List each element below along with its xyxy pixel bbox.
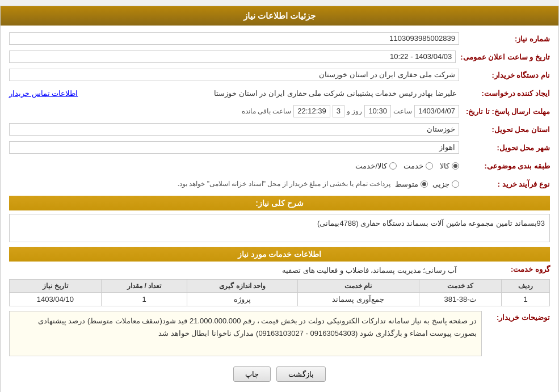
table-cell-name: جمع‌آوری پسماند — [297, 293, 419, 306]
main-content: شماره نیاز: 1103093985002839 تاریخ و ساع… — [1, 26, 558, 392]
deadline-details: 1403/04/07 ساعت 10:30 روز و 3 22:12:39 س… — [9, 105, 459, 117]
deadline-label: مهلت ارسال پاسخ: تا تاریخ: — [459, 107, 550, 116]
description-header-label: شرح کلی نیاز: — [255, 199, 303, 208]
print-button[interactable]: چاپ — [233, 366, 271, 382]
table-header-row: ردیف کد خدمت نام خدمت واحد اندازه گیری ت… — [10, 280, 550, 293]
announcement-value: 1403/04/03 - 10:22 — [9, 50, 456, 63]
creator-link[interactable]: اطلاعات تماس خریدار — [9, 89, 78, 98]
creator-label: ایجاد کننده درخواست: — [459, 89, 550, 98]
process-label-medium: متوسط — [395, 180, 418, 188]
buyer-notes-row: توضیحات خریدار: در صفحه پاسخ به نیاز سام… — [9, 311, 550, 361]
process-label-small: جزیی — [432, 180, 449, 188]
process-option-small: جزیی — [432, 180, 459, 188]
description-section-header: شرح کلی نیاز: — [9, 196, 550, 210]
deadline-date: 1403/04/07 — [414, 105, 459, 117]
deadline-row: مهلت ارسال پاسخ: تا تاریخ: 1403/04/07 سا… — [9, 104, 550, 119]
province-row: استان محل تحویل: خوزستان — [9, 122, 550, 137]
description-value: 93بسماند تامین مجموعه ماشین آلات بسماند … — [317, 219, 545, 227]
need-number-value: 1103093985002839 — [9, 32, 459, 45]
category-options: کالا خدمت کالا/خدمت — [9, 162, 459, 170]
deadline-time: 10:30 — [364, 105, 391, 117]
deadline-remain-label: ساعت باقی مانده — [242, 107, 292, 115]
button-row: بازگشت چاپ — [9, 366, 550, 382]
table-cell-row: 1 — [502, 293, 550, 306]
deadline-remain: 22:12:39 — [293, 105, 330, 117]
category-label-both: کالا/خدمت — [355, 162, 387, 170]
announcement-label: تاریخ و ساعت اعلان عمومی: — [456, 53, 550, 61]
buyer-org-row: نام دستگاه خریدار: شرکت ملی حفاری ایران … — [9, 68, 550, 82]
category-label-service: خدمت — [404, 162, 423, 170]
services-table: ردیف کد خدمت نام خدمت واحد اندازه گیری ت… — [9, 279, 550, 306]
buyer-notes-value: در صفحه پاسخ به نیاز سامانه تدارکات الکت… — [9, 311, 482, 356]
back-button[interactable]: بازگشت — [276, 366, 326, 382]
process-radio-medium — [421, 180, 428, 188]
buyer-notes-label: توضیحات خریدار: — [482, 311, 550, 322]
city-label: شهر محل تحویل: — [459, 144, 550, 152]
creator-value: علیرضا بهادر رئیس خدمات پشتیبانی شرکت مل… — [78, 88, 459, 99]
city-value: اهواز — [9, 141, 459, 154]
buyer-org-value: شرکت ملی حفاری ایران در استان خوزستان — [9, 69, 459, 81]
creator-row: ایجاد کننده درخواست: علیرضا بهادر رئیس خ… — [9, 86, 550, 100]
category-option-both: کالا/خدمت — [355, 162, 397, 170]
service-group-label: گروه خدمت: — [459, 265, 550, 273]
service-info-header: اطلاعات خدمات مورد نیاز — [9, 247, 550, 262]
category-label: طبقه بندی موضوعی: — [459, 162, 550, 170]
process-note: پرداخت تمام یا بخشی از مبلغ خریدار از مح… — [178, 180, 390, 188]
category-radio-kala — [452, 162, 459, 170]
category-radio-service — [426, 162, 433, 170]
col-header-code: کد خدمت — [419, 280, 502, 293]
col-header-row: ردیف — [502, 280, 550, 293]
table-cell-quantity: 1 — [101, 293, 187, 306]
service-info-header-label: اطلاعات خدمات مورد نیاز — [238, 250, 322, 259]
deadline-time-label: ساعت — [393, 107, 412, 115]
process-label: نوع فرآیند خرید : — [459, 180, 550, 188]
deadline-day-label: روز و — [347, 107, 362, 115]
service-group-row: گروه خدمت: آب رسانی؛ مدیریت پسماند، فاضل… — [9, 265, 550, 276]
process-radio-small — [452, 180, 459, 188]
category-label-kala: کالا — [440, 162, 449, 170]
process-row: نوع فرآیند خرید : جزیی متوسط پرداخت تمام… — [9, 176, 550, 191]
table-cell-code: ث-38-381 — [419, 293, 502, 306]
buyer-org-label: نام دستگاه خریدار: — [459, 71, 550, 79]
process-options: جزیی متوسط پرداخت تمام یا بخشی از مبلغ خ… — [9, 180, 459, 188]
process-option-medium: متوسط — [395, 180, 428, 188]
need-number-row: شماره نیاز: 1103093985002839 — [9, 31, 550, 46]
table-row: 1ث-38-381جمع‌آوری پسماندپروژه11403/04/10 — [10, 293, 550, 306]
table-cell-unit: پروژه — [187, 293, 297, 306]
col-header-date: تاریخ نیاز — [10, 280, 102, 293]
province-value: خوزستان — [9, 123, 459, 136]
city-row: شهر محل تحویل: اهواز — [9, 140, 550, 155]
page-header: جزئیات اطلاعات نیاز — [1, 6, 558, 26]
province-label: استان محل تحویل: — [459, 125, 550, 134]
category-row: طبقه بندی موضوعی: کالا خدمت کالا/خدمت — [9, 158, 550, 173]
table-cell-date: 1403/04/10 — [10, 293, 102, 306]
category-option-kala: کالا — [440, 162, 459, 170]
need-number-label: شماره نیاز: — [459, 35, 550, 43]
category-radio-both — [389, 162, 397, 170]
deadline-day: 3 — [333, 105, 344, 117]
col-header-unit: واحد اندازه گیری — [187, 280, 297, 293]
description-box: 93بسماند تامین مجموعه ماشین آلات بسماند … — [9, 214, 550, 242]
col-header-qty: تعداد / مقدار — [101, 280, 187, 293]
col-header-name: نام خدمت — [297, 280, 419, 293]
service-group-value: آب رسانی؛ مدیریت پسماند، فاضلاب و فعالیت… — [9, 265, 459, 276]
category-option-service: خدمت — [404, 162, 433, 170]
announcement-row: تاریخ و ساعت اعلان عمومی: 1403/04/03 - 1… — [9, 49, 550, 64]
page-title: جزئیات اطلاعات نیاز — [243, 11, 316, 20]
